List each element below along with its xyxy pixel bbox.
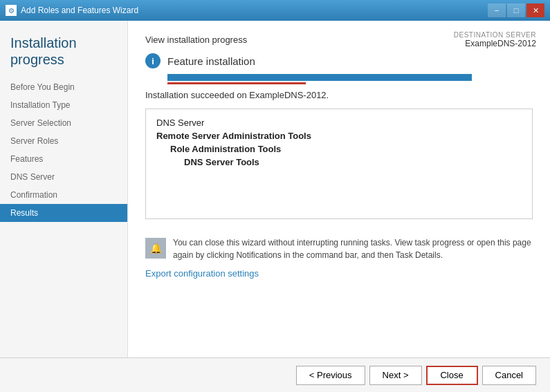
feature-title: Feature installation — [167, 55, 255, 67]
title-bar-title: Add Roles and Features Wizard — [21, 6, 138, 15]
next-button[interactable]: Next > — [369, 366, 422, 385]
title-bar: ⚙ Add Roles and Features Wizard − □ ✕ — [0, 0, 550, 21]
minimize-button[interactable]: − — [488, 3, 506, 17]
results-item-dns-server-tools: DNS Server Tools — [156, 157, 522, 167]
sidebar-item-installation-type[interactable]: Installation Type — [0, 96, 127, 114]
progress-container — [167, 74, 533, 84]
info-footer: You can close this wizard without interr… — [145, 230, 533, 268]
main-content: DESTINATION SERVER ExampleDNS-2012 View … — [128, 21, 550, 357]
previous-button[interactable]: < Previous — [296, 366, 365, 385]
title-bar-controls: − □ ✕ — [488, 3, 544, 17]
sidebar-item-dns-server[interactable]: DNS Server — [0, 168, 127, 186]
maximize-button[interactable]: □ — [507, 3, 525, 17]
progress-underline — [167, 82, 306, 84]
title-bar-left: ⚙ Add Roles and Features Wizard — [6, 5, 138, 16]
results-item-dns-server: DNS Server — [156, 118, 522, 128]
info-text: You can close this wizard without interr… — [173, 236, 533, 261]
destination-server-label: DESTINATION SERVER — [454, 31, 536, 39]
sidebar-header: Installation progress — [0, 35, 127, 78]
sidebar-item-features[interactable]: Features — [0, 150, 127, 168]
wizard-icon: ⚙ — [6, 5, 17, 16]
export-configuration-link[interactable]: Export configuration settings — [145, 268, 259, 279]
sidebar: Installation progress Before You Begin I… — [0, 21, 128, 357]
sidebar-item-server-selection[interactable]: Server Selection — [0, 114, 127, 132]
results-box: DNS Server Remote Server Administration … — [145, 109, 533, 219]
progress-bar-background — [167, 74, 472, 81]
sidebar-item-confirmation[interactable]: Confirmation — [0, 186, 127, 204]
main-window: Installation progress Before You Begin I… — [0, 21, 550, 392]
destination-server-name: ExampleDNS-2012 — [454, 39, 536, 48]
results-item-role-admin-tools: Role Administration Tools — [156, 144, 522, 154]
close-button[interactable]: Close — [426, 366, 478, 385]
notification-icon — [145, 238, 166, 259]
footer: < Previous Next > Close Cancel — [0, 357, 550, 392]
progress-bar-fill — [167, 74, 472, 81]
sidebar-item-server-roles[interactable]: Server Roles — [0, 132, 127, 150]
results-item-rsat: Remote Server Administration Tools — [156, 131, 522, 141]
feature-installation: i Feature installation — [145, 53, 533, 68]
content-area: Installation progress Before You Begin I… — [0, 21, 550, 357]
destination-server: DESTINATION SERVER ExampleDNS-2012 — [454, 31, 536, 48]
sidebar-item-results[interactable]: Results — [0, 204, 127, 222]
titlebar-close-button[interactable]: ✕ — [526, 3, 544, 17]
success-message: Installation succeeded on ExampleDNS-201… — [145, 90, 533, 100]
info-icon: i — [145, 53, 161, 68]
sidebar-item-before-you-begin[interactable]: Before You Begin — [0, 78, 127, 96]
cancel-button[interactable]: Cancel — [482, 366, 536, 385]
